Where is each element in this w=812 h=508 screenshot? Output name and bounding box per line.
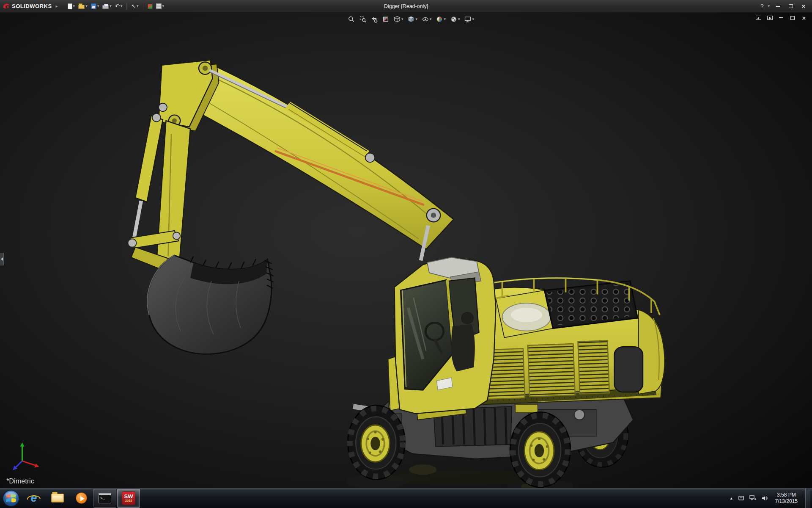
- standard-toolbar: ▾ ▾ ▾ ▾ ↶ ▾ ↖ ▾: [66, 2, 166, 11]
- dropdown-caret[interactable]: ▾: [472, 17, 475, 21]
- dropdown-caret[interactable]: ▾: [444, 17, 446, 21]
- save-button[interactable]: ▾: [90, 2, 101, 11]
- dropdown-caret[interactable]: ▾: [430, 17, 432, 21]
- help-button[interactable]: ?: [760, 3, 763, 9]
- previous-view-button[interactable]: [370, 15, 379, 24]
- save-disk-icon: [91, 3, 96, 9]
- rear-window: [614, 347, 643, 392]
- scene-ball-icon: [450, 16, 457, 23]
- clock-date: 7/13/2015: [775, 498, 798, 505]
- network-icon[interactable]: [749, 495, 757, 501]
- wheel-rear-left[interactable]: [510, 412, 571, 487]
- ie-orbit-icon: [26, 494, 41, 502]
- undo-button[interactable]: ↶ ▾: [114, 2, 123, 11]
- taskbar-internet-explorer[interactable]: e: [22, 489, 45, 508]
- taskbar-clock[interactable]: 3:58 PM 7/13/2015: [773, 492, 800, 505]
- title-bar: SOLIDWORKS ▸ ▾ ▾ ▾ ▾ ↶ ▾: [0, 0, 812, 13]
- view-settings-icon: [464, 16, 472, 23]
- dropdown-caret[interactable]: ▾: [85, 4, 88, 8]
- taskbar-solidworks[interactable]: SW 2015: [117, 489, 140, 508]
- print-button[interactable]: ▾: [101, 2, 113, 11]
- close-document-button[interactable]: ×: [800, 14, 808, 21]
- select-cursor-icon: ↖: [131, 3, 136, 9]
- command-prompt-icon: >_: [99, 493, 111, 503]
- restore-button[interactable]: [787, 3, 795, 10]
- taskbar-file-explorer[interactable]: [46, 489, 69, 508]
- show-desktop-button[interactable]: [805, 488, 810, 508]
- zoom-to-fit-button[interactable]: [347, 15, 356, 24]
- dropdown-caret[interactable]: ▾: [73, 4, 75, 8]
- tray-expand-button[interactable]: ▲: [730, 496, 733, 500]
- window-controls: ? ▾ ×: [760, 3, 812, 10]
- toolbar-separator: [143, 3, 143, 10]
- apply-scene-button[interactable]: ▾: [449, 15, 461, 24]
- windows-orb-icon: [2, 489, 20, 507]
- volume-icon[interactable]: [761, 495, 768, 501]
- dropdown-caret[interactable]: ▾: [121, 4, 123, 8]
- taskbar-command-prompt[interactable]: >_: [93, 489, 116, 508]
- display-style-cube-icon: [407, 16, 414, 23]
- section-view-icon: [382, 16, 389, 23]
- heads-up-view-toolbar: ▾ ▾ ▾: [347, 15, 475, 24]
- dropdown-caret[interactable]: ▾: [458, 17, 460, 21]
- taskbar-media-player[interactable]: [70, 489, 93, 508]
- seat: [451, 324, 475, 372]
- edit-appearance-button[interactable]: ▾: [435, 15, 447, 24]
- section-view-button[interactable]: [381, 15, 390, 24]
- dropdown-caret[interactable]: ▾: [97, 4, 99, 8]
- view-orientation-button[interactable]: ▾: [392, 15, 404, 24]
- featuremanager-collapse-tab[interactable]: [0, 253, 4, 265]
- view-orientation-cube-icon: [393, 16, 401, 23]
- xpress-products-icon: [148, 4, 153, 9]
- folder-icon: [51, 494, 64, 502]
- toolbar-separator: [126, 3, 127, 10]
- minimize-button[interactable]: [774, 3, 782, 10]
- solidworks-window: SOLIDWORKS ▸ ▾ ▾ ▾ ▾ ↶ ▾: [0, 0, 812, 508]
- dropdown-caret[interactable]: ▾: [162, 4, 165, 8]
- new-document-button[interactable]: ▾: [66, 2, 77, 11]
- hide-show-items-button[interactable]: ▾: [421, 15, 433, 24]
- sheet-properties-icon: [156, 3, 162, 9]
- cab[interactable]: [395, 257, 496, 414]
- wheel-front-left[interactable]: [348, 406, 405, 480]
- restore-document-button[interactable]: [789, 14, 796, 21]
- pane-left-button[interactable]: [754, 14, 762, 21]
- orientation-label: *Dimetric: [6, 478, 34, 485]
- open-document-button[interactable]: ▾: [77, 2, 89, 11]
- xpress-products-button[interactable]: [146, 2, 154, 11]
- help-caret[interactable]: ▾: [768, 4, 770, 8]
- printer-icon: [102, 5, 109, 9]
- start-button[interactable]: [0, 489, 22, 508]
- new-document-icon: [68, 3, 72, 9]
- sheet-properties-button[interactable]: ▾: [155, 2, 166, 11]
- document-window-controls: ×: [754, 14, 808, 21]
- display-style-button[interactable]: ▾: [406, 15, 418, 24]
- media-player-icon: [76, 492, 87, 504]
- minimize-document-button[interactable]: [777, 14, 785, 21]
- open-folder-icon: [78, 5, 85, 9]
- taskbar: e >_ SW 2015 ▲: [0, 488, 812, 508]
- model-scene[interactable]: *Dimetric: [0, 13, 812, 488]
- action-center-icon[interactable]: [738, 495, 745, 501]
- dropdown-caret[interactable]: ▾: [415, 17, 417, 21]
- zoom-to-fit-icon: [348, 16, 355, 23]
- select-button[interactable]: ↖ ▾: [130, 2, 140, 11]
- zoom-to-area-icon: [359, 16, 366, 23]
- appearance-ball-icon: [436, 16, 443, 23]
- close-button[interactable]: ×: [799, 3, 808, 10]
- dropdown-caret[interactable]: ▾: [401, 17, 403, 21]
- view-settings-button[interactable]: ▾: [464, 15, 475, 24]
- pane-right-button[interactable]: [766, 14, 774, 21]
- brand-text: SOLIDWORKS: [12, 3, 52, 9]
- dropdown-caret[interactable]: ▾: [137, 4, 139, 8]
- eye-icon: [422, 16, 429, 23]
- undo-icon: ↶: [115, 3, 120, 9]
- dropdown-caret[interactable]: ▾: [110, 4, 112, 8]
- graphics-area[interactable]: ▾ ▾ ▾: [0, 13, 812, 488]
- zoom-to-area-button[interactable]: [358, 15, 367, 24]
- solidworks-app-icon: SW 2015: [122, 491, 135, 505]
- solidworks-brand: SOLIDWORKS ▸: [0, 3, 63, 10]
- previous-view-icon: [370, 16, 378, 23]
- menu-expand-arrow[interactable]: ▸: [54, 4, 60, 8]
- side-vents: [477, 340, 609, 399]
